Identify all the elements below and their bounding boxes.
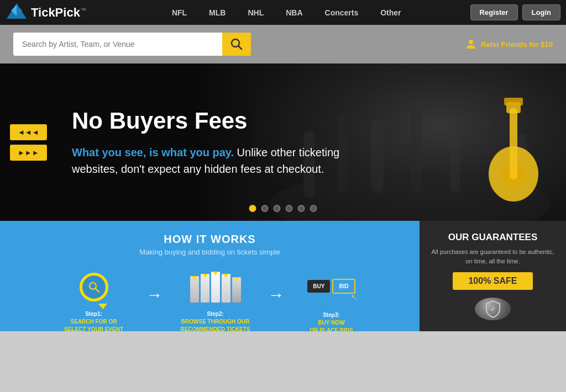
- next-arrow-icon: ►►►: [18, 149, 39, 157]
- hero-content: No Buyers Fees What you see, is what you…: [0, 108, 420, 177]
- step-1-text2: SELECT YOUR EVENT: [64, 326, 123, 331]
- safe-label: 100% SAFE: [468, 276, 517, 285]
- search-button[interactable]: [222, 33, 251, 56]
- register-button[interactable]: Register: [470, 4, 518, 20]
- step-1-icon: [80, 267, 108, 307]
- step-3-label: Step3: BUY NOW OR PLACE BIDS: [310, 311, 353, 331]
- dot-3[interactable]: [274, 205, 281, 212]
- how-title: HOW IT WORKS: [11, 233, 408, 246]
- nav-other[interactable]: Other: [369, 0, 412, 25]
- dot-6[interactable]: [310, 205, 317, 212]
- step-3-icon: BUY BID ↖: [307, 266, 355, 306]
- hero-title: No Buyers Fees: [72, 108, 387, 134]
- svg-point-19: [90, 283, 96, 289]
- buy-box: BUY: [307, 280, 330, 293]
- guarantee-title: OUR GUARANTEES: [448, 232, 538, 243]
- step-3-text1: BUY NOW: [318, 320, 344, 326]
- safe-badge: 100% SAFE: [453, 272, 532, 290]
- step-2-prefix: Step: [207, 311, 219, 317]
- prev-arrow[interactable]: ◄◄◄: [10, 124, 47, 140]
- step-3-num: 3:: [335, 312, 340, 318]
- nav-concerts[interactable]: Concerts: [314, 0, 370, 25]
- search-icon: [230, 38, 243, 50]
- nav-mlb[interactable]: MLB: [198, 0, 237, 25]
- arrow-2-3: →: [265, 285, 287, 304]
- step-1-label: Step1: SEARCH FOR OR SELECT YOUR EVENT: [64, 310, 123, 331]
- main-nav: NFL MLB NHL NBA Concerts Other: [103, 0, 470, 25]
- step-2-label: Step2: BROWSE THROUGH OUR RECOMMENDED TI…: [180, 310, 250, 331]
- search-input[interactable]: [13, 33, 222, 56]
- step-2-icon: [190, 267, 241, 307]
- nav-nfl[interactable]: NFL: [161, 0, 198, 25]
- steps-row: Step1: SEARCH FOR OR SELECT YOUR EVENT →: [11, 266, 408, 331]
- dot-4[interactable]: [286, 205, 293, 212]
- how-it-works: HOW IT WORKS Making buying and bidding o…: [0, 221, 420, 331]
- svg-rect-16: [510, 108, 517, 179]
- login-button[interactable]: Login: [522, 4, 560, 20]
- svg-rect-18: [504, 98, 523, 105]
- step-1-text1: SEARCH FOR OR: [71, 319, 117, 325]
- carousel-arrows: ◄◄◄ ►►►: [10, 124, 47, 161]
- hero-banner: ◄◄◄ ►►► No Buyers Fees What you see, is …: [0, 63, 566, 221]
- svg-line-20: [96, 289, 99, 292]
- nav-nba[interactable]: NBA: [275, 0, 313, 25]
- logo-text: TickPick: [31, 6, 80, 20]
- search-bar: Refer Friends for $10: [0, 25, 566, 63]
- step-1-prefix: Step: [85, 311, 97, 317]
- step-3-prefix: Step: [323, 312, 335, 318]
- svg-line-4: [238, 46, 242, 49]
- svg-rect-11: [450, 125, 460, 193]
- person-icon: [465, 39, 476, 50]
- step-3-text2: OR PLACE BIDS: [310, 327, 353, 331]
- dot-2[interactable]: [261, 205, 269, 212]
- header: TickPick ™ NFL MLB NHL NBA Concerts Othe…: [0, 0, 566, 25]
- step-2-text2: RECOMMENDED TICKETS: [180, 326, 250, 331]
- bottom-section: HOW IT WORKS Making buying and bidding o…: [0, 221, 566, 331]
- refer-label: Refer Friends for $10: [481, 40, 553, 49]
- shield-medal: ✓: [475, 298, 511, 320]
- svg-point-5: [469, 40, 473, 44]
- logo[interactable]: TickPick ™: [6, 2, 86, 23]
- step-2-num: 2:: [219, 311, 224, 317]
- how-subtitle: Making buying and bidding on tickets sim…: [11, 248, 408, 256]
- next-arrow[interactable]: ►►►: [10, 145, 47, 161]
- guitar-icon: [478, 75, 549, 207]
- guarantees: OUR GUARANTEES All purchases are guarant…: [420, 221, 566, 331]
- logo-icon: [6, 2, 28, 23]
- refer-friends[interactable]: Refer Friends for $10: [465, 39, 553, 50]
- dot-5[interactable]: [298, 205, 305, 212]
- shield-icon: ✓: [483, 299, 503, 319]
- dot-1[interactable]: [249, 205, 256, 212]
- step-1: Step1: SEARCH FOR OR SELECT YOUR EVENT: [44, 267, 144, 331]
- nav-nhl[interactable]: NHL: [237, 0, 275, 25]
- step-3: BUY BID ↖ Step3: BUY NOW OR PLACE BIDS: [287, 266, 376, 331]
- auth-area: Register Login: [470, 4, 560, 20]
- hero-description: What you see, is what you pay. Unlike ot…: [72, 144, 387, 177]
- step-1-num: 1:: [97, 311, 102, 317]
- hero-highlight: What you see, is what you pay.: [72, 146, 234, 158]
- svg-text:✓: ✓: [490, 305, 496, 313]
- bid-box: BID: [332, 279, 355, 294]
- guarantee-text: All purchases are guaranteed to be authe…: [428, 247, 557, 266]
- step-2: Step2: BROWSE THROUGH OUR RECOMMENDED TI…: [166, 267, 265, 331]
- logo-tm: ™: [81, 7, 86, 13]
- prev-arrow-icon: ◄◄◄: [18, 128, 39, 136]
- search-input-wrap: [13, 33, 251, 56]
- step-2-text1: BROWSE THROUGH OUR: [181, 319, 249, 325]
- carousel-dots: [249, 205, 317, 212]
- arrow-1-2: →: [144, 285, 166, 304]
